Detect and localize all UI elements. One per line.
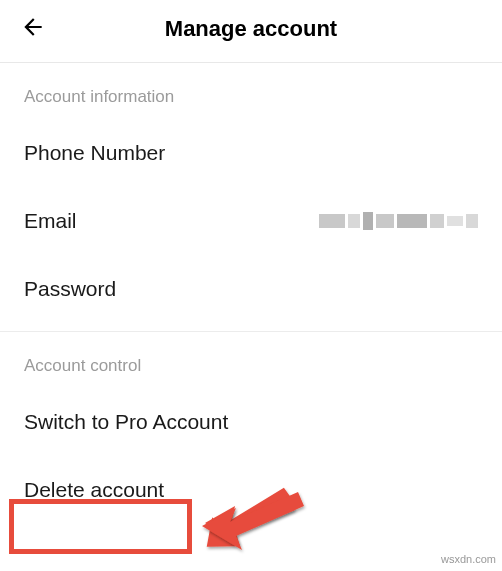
header-bar: Manage account	[0, 0, 502, 62]
back-button[interactable]	[20, 14, 46, 45]
switch-pro-label: Switch to Pro Account	[24, 410, 228, 434]
watermark: wsxdn.com	[441, 553, 496, 565]
phone-number-item[interactable]: Phone Number	[0, 119, 502, 187]
page-title: Manage account	[20, 16, 482, 42]
phone-number-label: Phone Number	[24, 141, 165, 165]
email-item[interactable]: Email	[0, 187, 502, 255]
email-value-blurred	[319, 212, 478, 230]
section-header-account-control: Account control	[0, 332, 502, 388]
email-label: Email	[24, 209, 77, 233]
delete-account-item[interactable]: Delete account	[0, 456, 502, 524]
delete-account-label: Delete account	[24, 478, 164, 502]
switch-pro-item[interactable]: Switch to Pro Account	[0, 388, 502, 456]
password-label: Password	[24, 277, 116, 301]
password-item[interactable]: Password	[0, 255, 502, 323]
section-header-account-info: Account information	[0, 63, 502, 119]
back-arrow-icon	[20, 14, 46, 40]
